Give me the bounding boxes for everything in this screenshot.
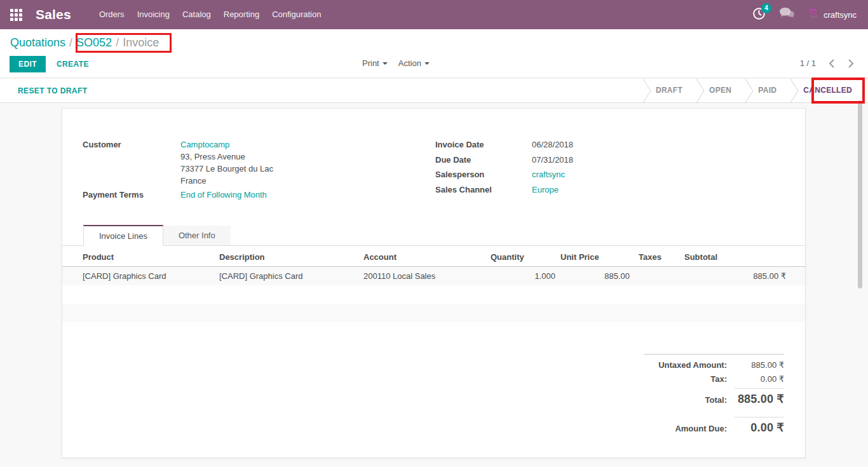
- messages-button[interactable]: [779, 7, 795, 22]
- customer-link[interactable]: Camptocamp: [180, 139, 229, 151]
- app-name[interactable]: Sales: [36, 7, 71, 22]
- notebook-tabs: Invoice Lines Other Info: [62, 225, 805, 246]
- status-step-cancelled[interactable]: CANCELLED: [790, 79, 865, 102]
- breadcrumb-separator: /: [65, 36, 76, 49]
- col-header-description[interactable]: Description: [217, 248, 361, 267]
- amount-due-value: 0.00 ₹: [736, 421, 784, 435]
- cell-subtotal: 885.00 ₹: [682, 267, 805, 286]
- payment-terms-link[interactable]: End of Following Month: [180, 189, 267, 201]
- pager-previous-icon[interactable]: [829, 59, 835, 68]
- untaxed-amount-value: 885.00 ₹: [736, 360, 784, 370]
- customer-label: Customer: [83, 139, 180, 151]
- edit-button[interactable]: EDIT: [10, 56, 46, 72]
- top-navbar: Sales Orders Invoicing Catalog Reporting…: [0, 0, 868, 29]
- col-header-subtotal[interactable]: Subtotal: [682, 248, 805, 267]
- print-dropdown[interactable]: Print: [362, 58, 388, 68]
- craftsync-logo-icon: S: [808, 6, 819, 23]
- breadcrumb-current: Invoice: [123, 36, 159, 49]
- invoice-lines-table: Product Description Account Quantity Uni…: [62, 248, 805, 341]
- action-dropdown[interactable]: Action: [398, 58, 430, 68]
- menu-catalog[interactable]: Catalog: [176, 0, 217, 29]
- due-date-value: 07/31/2018: [532, 154, 573, 166]
- vertical-scrollbar[interactable]: [858, 100, 862, 288]
- reset-to-draft-button[interactable]: RESET TO DRAFT: [18, 86, 87, 95]
- content-area: Customer Camptocamp 93, Press Avenue 733…: [0, 104, 868, 467]
- field-group-left: Customer Camptocamp 93, Press Avenue 733…: [83, 139, 273, 201]
- col-header-taxes[interactable]: Taxes: [632, 248, 682, 267]
- cell-unit-price: 885.00: [558, 267, 632, 286]
- totals-divider: [735, 417, 784, 417]
- breadcrumb-separator: /: [112, 36, 123, 49]
- cell-description: [CARD] Graphics Card: [217, 267, 361, 286]
- menu-reporting[interactable]: Reporting: [217, 0, 266, 29]
- customer-address-line: 73377 Le Bourget du Lac: [180, 163, 273, 175]
- table-header-row: Product Description Account Quantity Uni…: [62, 248, 805, 267]
- control-panel: Quotations/SO052/Invoice EDIT CREATE Pri…: [0, 29, 868, 78]
- total-label: Total:: [644, 395, 727, 405]
- invoice-date-value: 06/28/2018: [532, 139, 573, 151]
- cell-product: [CARD] Graphics Card: [62, 267, 217, 286]
- col-header-account[interactable]: Account: [361, 248, 488, 267]
- breadcrumb-quotations[interactable]: Quotations: [10, 36, 65, 49]
- statusbar: RESET TO DRAFT DRAFT OPEN PAID CANCELLED: [0, 79, 868, 103]
- apps-grid-icon[interactable]: [10, 9, 22, 21]
- menu-configuration[interactable]: Configuration: [266, 0, 327, 29]
- customer-address-line: France: [180, 175, 273, 187]
- tax-value: 0.00 ₹: [736, 374, 784, 384]
- salesperson-link[interactable]: craftsync: [532, 168, 565, 180]
- amount-due-label: Amount Due:: [644, 424, 727, 433]
- col-header-quantity[interactable]: Quantity: [488, 248, 558, 267]
- invoice-date-label: Invoice Date: [435, 139, 532, 151]
- sales-channel-label: Sales Channel: [435, 184, 532, 196]
- untaxed-amount-label: Untaxed Amount:: [644, 360, 727, 370]
- empty-row: [62, 285, 805, 304]
- field-group-right: Invoice Date 06/28/2018 Due Date 07/31/2…: [435, 139, 573, 198]
- cell-quantity: 1.000: [488, 267, 558, 286]
- customer-address-line: 93, Press Avenue: [180, 151, 273, 163]
- col-header-product[interactable]: Product: [62, 248, 217, 267]
- pager: 1 / 1: [800, 58, 854, 68]
- tab-other-info[interactable]: Other Info: [163, 226, 231, 245]
- activity-count-badge: 4: [761, 3, 771, 13]
- invoice-form-sheet: Customer Camptocamp 93, Press Avenue 733…: [62, 108, 806, 458]
- invoice-line-row[interactable]: [CARD] Graphics Card [CARD] Graphics Car…: [62, 267, 805, 286]
- form-buttons: EDIT CREATE: [10, 56, 89, 72]
- cell-account: 200110 Local Sales: [361, 267, 488, 286]
- cell-taxes: [632, 267, 682, 286]
- chat-bubbles-icon: [779, 7, 795, 22]
- empty-row: [62, 322, 805, 341]
- breadcrumb-order-ref[interactable]: SO052: [76, 36, 112, 49]
- due-date-label: Due Date: [435, 154, 532, 166]
- pager-next-icon[interactable]: [848, 59, 854, 68]
- total-value: 885.00 ₹: [736, 392, 784, 406]
- navbar-right: 4 S: [752, 6, 857, 23]
- action-dropdowns: Print Action: [362, 58, 430, 68]
- pager-value: 1 / 1: [800, 58, 816, 68]
- status-pipeline: DRAFT OPEN PAID CANCELLED: [642, 79, 865, 102]
- empty-row: [62, 304, 805, 322]
- breadcrumb: Quotations/SO052/Invoice: [10, 36, 159, 50]
- user-menu[interactable]: S craftsync: [808, 6, 857, 23]
- col-header-unit-price[interactable]: Unit Price: [558, 248, 632, 267]
- tax-label: Tax:: [644, 374, 727, 384]
- menu-invoicing[interactable]: Invoicing: [131, 0, 176, 29]
- salesperson-label: Salesperson: [435, 168, 532, 180]
- caret-down-icon: [383, 62, 388, 65]
- sales-channel-link[interactable]: Europe: [532, 184, 559, 196]
- invoice-totals: Untaxed Amount: 885.00 ₹ Tax: 0.00 ₹ Tot…: [644, 354, 784, 439]
- main-menu: Orders Invoicing Catalog Reporting Confi…: [93, 0, 328, 29]
- totals-divider: [735, 388, 784, 389]
- tab-invoice-lines[interactable]: Invoice Lines: [83, 225, 163, 246]
- activities-button[interactable]: 4: [752, 7, 766, 23]
- caret-down-icon: [424, 62, 430, 65]
- menu-orders[interactable]: Orders: [93, 0, 131, 29]
- create-button[interactable]: CREATE: [57, 60, 89, 69]
- payment-terms-label: Payment Terms: [83, 189, 180, 201]
- svg-text:S: S: [809, 6, 817, 20]
- user-name: craftsync: [824, 10, 857, 20]
